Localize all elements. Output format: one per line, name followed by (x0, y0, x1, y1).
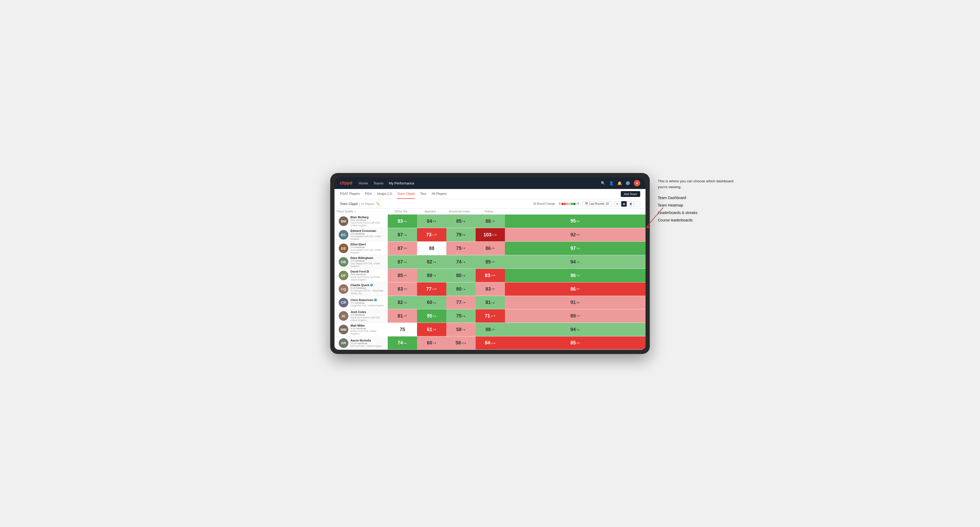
sub-nav-pga[interactable]: PGA (365, 189, 372, 199)
player-cell-5[interactable]: CQCharlie Quick✓6-10 HandicapSt. George'… (334, 283, 388, 296)
player-avatar: CQ (339, 284, 348, 294)
score-cell-6-3: 81 4▲ (476, 296, 505, 309)
annotation-items-list: Team Dashboard Team Heatmap Leaderboards… (658, 194, 743, 224)
score-change: 3▼ (403, 247, 407, 250)
player-cell-2[interactable]: EEElliot Ebert1-5 HandicapSunningdale Go… (334, 242, 388, 255)
search-icon[interactable]: 🔍 (601, 181, 605, 185)
score-cell-1-3: 103 15▲ (476, 228, 505, 242)
score-value: 89 (570, 313, 576, 319)
avatar[interactable]: U (634, 180, 640, 186)
player-club: Royal North Devon Golf Club, United King… (350, 316, 386, 322)
sub-nav: PGAT Players PGA Hcaps 1-5 Team Clippd T… (334, 189, 646, 199)
view-download-button[interactable]: ↓ (634, 201, 640, 207)
col-header-around-green[interactable]: Around the Green — (446, 209, 476, 214)
score-cell-4-4: 96 3▲ (505, 269, 646, 283)
player-cell-7[interactable]: JCJosh Coles1-5 HandicapRoyal North Devo… (334, 309, 388, 323)
player-handicap: 6-10 Handicap (350, 287, 386, 289)
score-value: 75 (456, 246, 461, 251)
score-value: 97 (570, 246, 576, 251)
player-avatar: EE (339, 243, 348, 253)
sub-nav-links: PGAT Players PGA Hcaps 1-5 Team Clippd T… (340, 189, 621, 199)
score-cell-9-4: 85 4▼ (505, 337, 646, 350)
player-handicap: 6-10 Handicap (350, 327, 386, 330)
user-icon[interactable]: 👤 (609, 181, 614, 185)
col-header-putting[interactable]: Putting — (476, 209, 505, 214)
edit-icon[interactable]: ✏️ (376, 202, 380, 205)
settings-icon[interactable]: ⚙️ (625, 181, 630, 185)
player-avatar: CR (339, 298, 348, 307)
player-avatar: JC (339, 311, 348, 321)
player-avatar: MM (339, 325, 348, 334)
score-change: 4▲ (433, 260, 436, 263)
last-rounds-button[interactable]: 📅 Last Rounds: 20 (582, 201, 611, 206)
score-value: 88 (429, 246, 434, 251)
svg-line-0 (647, 208, 663, 226)
score-cell-6-0: 82 3▲ (388, 296, 417, 309)
score-value: 83 (398, 286, 403, 292)
col-header-approach[interactable]: Approach — (417, 209, 446, 214)
score-value: 88 (485, 219, 491, 224)
annotation-arrow (644, 205, 666, 232)
score-cell-6-2: 77 3▼ (446, 296, 476, 309)
player-cell-3[interactable]: DBDave Billingham1-5 HandicapGog Magog G… (334, 255, 388, 269)
player-name: Charlie Quick✓ (350, 284, 386, 287)
score-value: 80 (456, 273, 461, 278)
score-change: 8▲ (433, 314, 436, 317)
table-row: CRChris Robertson✓1-5 HandicapCraigmilla… (334, 296, 646, 309)
player-cell-9[interactable]: ANAaron Nicholls11-15 HandicapDrift Golf… (334, 337, 388, 350)
score-value: 96 (570, 273, 576, 278)
player-cell-6[interactable]: CRChris Robertson✓1-5 HandicapCraigmilla… (334, 296, 388, 309)
score-change: 4▲ (403, 260, 407, 263)
view-heatmap-button[interactable]: ▦ (621, 201, 627, 207)
table-row: MMMatt Miller6-10 HandicapWoburn Golf Cl… (334, 323, 646, 337)
bell-icon[interactable]: 🔔 (617, 181, 622, 185)
verified-icon: ✓ (366, 270, 369, 273)
score-change: 1▲ (462, 260, 466, 263)
view-avatar-button[interactable]: 👤 (628, 201, 633, 207)
player-club: Sunningdale Golf Club, United Kingdom (350, 235, 386, 240)
score-cell-1-4: 92 3▼ (505, 228, 646, 242)
player-club: St. George's Hill GC - Weybridge - Surre… (350, 289, 386, 295)
score-change: 4▲ (403, 220, 407, 222)
score-change: 3▼ (576, 233, 580, 236)
score-change: 9▲ (462, 233, 466, 236)
score-change: 1▲ (462, 288, 466, 290)
score-cell-3-0: 87 4▲ (388, 255, 417, 269)
player-name: Aaron Nicholls (350, 339, 382, 342)
score-change: 3▼ (403, 274, 407, 277)
col-header-player-quality[interactable]: Player Quality ▼ (334, 209, 388, 214)
player-cell-1[interactable]: ECEdward Crossman1-5 HandicapSunningdale… (334, 228, 388, 242)
col-header-off-tee[interactable]: Off the Tee — (388, 209, 417, 214)
player-handicap: 1-5 Handicap (350, 314, 386, 316)
sub-nav-tour[interactable]: Tour (420, 189, 426, 199)
view-grid-button[interactable]: ⊞ (614, 201, 620, 207)
sub-nav-pgat-players[interactable]: PGAT Players (340, 189, 360, 199)
score-cell-8-0: 75 (388, 323, 417, 337)
table-container: Player Quality ▼ Off the Tee — Approach … (334, 209, 646, 350)
add-team-button[interactable]: Add Team (621, 191, 640, 197)
score-change: 8▲ (403, 342, 407, 344)
sub-nav-hcaps[interactable]: Hcaps 1-5 (377, 189, 392, 199)
sub-nav-team-clippd[interactable]: Team Clippd (397, 189, 415, 199)
score-change: 1▼ (433, 342, 436, 344)
score-cell-0-1: 84 6▲ (417, 214, 446, 228)
nav-link-teams[interactable]: Teams (373, 181, 383, 185)
player-cell-0[interactable]: BMBlair McHargPlus HandicapRoyal North D… (334, 214, 388, 228)
team-header-right: 20 Round Change -5 +5 (533, 201, 640, 207)
score-change: 3▼ (462, 301, 466, 304)
score-change: 11▼ (491, 314, 496, 317)
nav-logo: clippd (340, 181, 352, 186)
annotation-item-leaderboards: Leaderboards & streaks (658, 209, 743, 216)
score-value: 95 (427, 313, 432, 319)
nav-link-home[interactable]: Home (359, 181, 368, 185)
sub-nav-all-players[interactable]: All Players (432, 189, 447, 199)
score-change: 3▲ (576, 328, 580, 331)
nav-link-my-performance[interactable]: My Performance (389, 181, 414, 185)
score-change: 7▲ (433, 274, 436, 277)
score-value: 89 (427, 273, 432, 278)
score-cell-1-0: 87 1▲ (388, 228, 417, 242)
annotation-item-team-dashboard: Team Dashboard (658, 194, 743, 202)
player-cell-4[interactable]: DFDavid Ford✓Plus HandicapRoyal North De… (334, 269, 388, 283)
score-change: 3▲ (462, 274, 466, 277)
player-cell-8[interactable]: MMMatt Miller6-10 HandicapWoburn Golf Cl… (334, 323, 388, 337)
